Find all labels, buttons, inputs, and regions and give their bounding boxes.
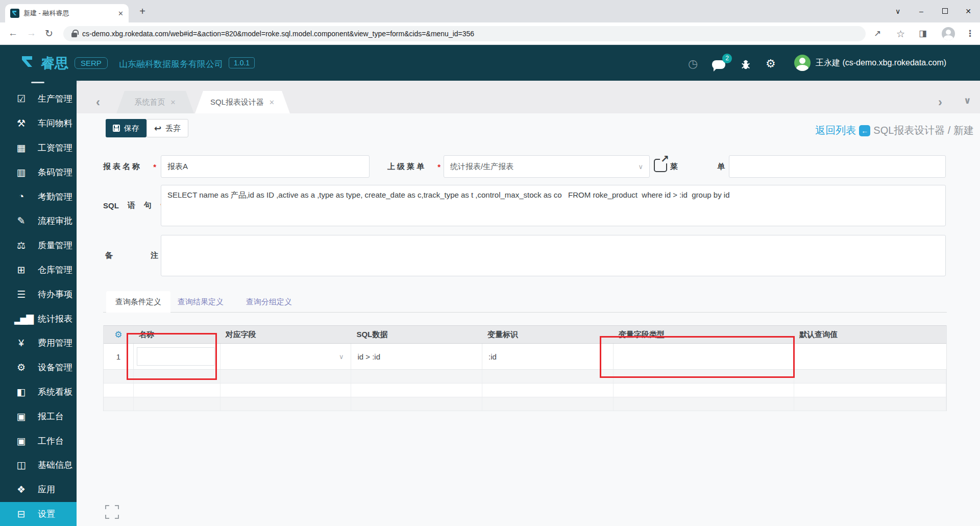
message-count-badge: 2	[722, 54, 732, 63]
new-tab-button[interactable]: +	[136, 5, 149, 18]
user-avatar[interactable]	[794, 55, 811, 71]
worktab-scroll-left-icon[interactable]: ‹	[96, 95, 100, 109]
worktab-collapse-icon[interactable]: ∨	[964, 95, 971, 106]
tab-search-icon[interactable]: ∨	[886, 7, 910, 15]
url-text[interactable]: cs-demo.xbg.rokedata.com/web#id=&action=…	[82, 30, 474, 38]
browser-profile-avatar[interactable]	[942, 27, 955, 40]
forward-icon[interactable]: →	[27, 28, 36, 39]
reload-icon[interactable]: ↻	[45, 28, 53, 39]
worktab-home-close-icon[interactable]: ✕	[170, 99, 176, 106]
sidebar-item-production[interactable]: ☑ 生产管理	[0, 87, 77, 111]
worktab-home[interactable]: 系统首页 ✕	[116, 91, 194, 113]
dashboard-board-icon: ◧	[14, 386, 27, 398]
empty-row	[104, 384, 946, 397]
menu-input[interactable]	[729, 155, 946, 178]
report-name-input[interactable]	[161, 155, 370, 178]
report-name-label: 报表名称 *	[103, 155, 156, 178]
cell-mapped-field-select[interactable]: ∨	[220, 344, 352, 369]
address-bar[interactable]: cs-demo.xbg.rokedata.com/web#id=&action=…	[63, 26, 866, 41]
back-to-list-icon[interactable]: ←	[859, 125, 870, 136]
sidebar-item-workshop-materials[interactable]: ⚒ 车间物料	[0, 111, 77, 136]
window-close-icon[interactable]: ✕	[957, 7, 980, 15]
work-report-monitor-icon: ▣	[14, 411, 27, 422]
window-maximize-icon[interactable]	[933, 7, 957, 15]
open-menu-external-icon[interactable]: ↗	[654, 159, 667, 172]
browser-toolbar: ← → ↻ cs-demo.xbg.rokedata.com/web#id=&a…	[0, 22, 980, 45]
grid-row-1: 1 ∨ id > :id :id	[104, 344, 946, 370]
remark-textarea[interactable]	[161, 235, 946, 276]
cell-default-value[interactable]	[794, 344, 946, 369]
sidebar-item-quality[interactable]: ⚖ 质量管理	[0, 233, 77, 258]
chevron-down-icon: ∨	[638, 163, 643, 171]
debug-bug-icon[interactable]	[740, 59, 751, 70]
sql-statement-textarea[interactable]: SELECT name as 产品,id as ID ,active as a …	[161, 185, 946, 226]
settings-gear-icon[interactable]: ⚙	[766, 57, 776, 70]
equipment-machine-icon: ⚙	[14, 362, 27, 373]
settings-briefcase-icon: ⊟	[14, 508, 27, 520]
sidebar-item-workbench[interactable]: ▣ 工作台	[0, 428, 77, 453]
discard-undo-icon: ↩	[154, 123, 161, 134]
basic-info-books-icon: ◫	[14, 459, 27, 471]
sidebar-item-settings[interactable]: ⊟ 设置	[0, 502, 77, 526]
tab-close-icon[interactable]: ✕	[118, 10, 124, 17]
sidebar-scroll-indicator	[31, 82, 44, 83]
col-header-mapped-field: 对应字段	[220, 326, 352, 343]
app-header: 睿思 SERP 山东融科数据服务有限公司 1.0.1 ◷ 2 ⚙ 王永建 (cs…	[0, 45, 980, 81]
side-panel-icon[interactable]: ◨	[919, 28, 927, 39]
payroll-calculator-icon: ▦	[14, 142, 27, 154]
sidebar-item-dashboard[interactable]: ◧ 系统看板	[0, 380, 77, 404]
browser-tab[interactable]: 新建 - 融科睿思 ✕	[5, 4, 129, 22]
sidebar-item-barcode[interactable]: ▥ 条码管理	[0, 160, 77, 184]
parent-menu-select[interactable]: 统计报表/生产报表 ∨	[444, 155, 650, 178]
quality-caliper-icon: ⚖	[14, 240, 27, 251]
empty-row	[104, 397, 946, 411]
back-to-list-link[interactable]: 返回列表	[815, 124, 856, 137]
sidebar-item-basic-info[interactable]: ◫ 基础信息	[0, 453, 77, 477]
worktab-sql-close-icon[interactable]: ✕	[269, 99, 275, 106]
highlight-box-name-cell	[127, 333, 217, 380]
tab-query-group-definition[interactable]: 查询分组定义	[244, 291, 294, 313]
save-button[interactable]: 保存	[106, 119, 146, 137]
browser-tab-title: 新建 - 融科睿思	[23, 9, 114, 18]
app-logo-badge: SERP	[75, 57, 108, 69]
sidebar-item-warehouse[interactable]: ⊞ 仓库管理	[0, 258, 77, 282]
cell-var-mark[interactable]: :id	[482, 344, 614, 369]
sidebar-item-approval[interactable]: ✎ 流程审批	[0, 209, 77, 233]
window-minimize-icon[interactable]: –	[910, 7, 933, 15]
user-name[interactable]: 王永建 (cs-demo.xbg.rokedata.com)	[816, 58, 946, 68]
sidebar-item-work-report-station[interactable]: ▣ 报工台	[0, 404, 77, 428]
app-logo-text: 睿思	[41, 54, 68, 73]
sql-statement-label: SQL 语 句 *	[103, 194, 163, 217]
sidebar-item-payroll[interactable]: ▦ 工资管理	[0, 136, 77, 160]
sidebar-item-reports[interactable]: ▂▅▇ 统计报表	[0, 306, 77, 331]
tab-query-condition-definition[interactable]: 查询条件定义	[106, 291, 170, 313]
warehouse-flow-icon: ⊞	[14, 264, 27, 276]
sidebar-item-apps[interactable]: ❖ 应用	[0, 477, 77, 502]
worktab-scroll-right-icon[interactable]: ›	[938, 95, 942, 109]
sidebar: ☑ 生产管理 ⚒ 车间物料 ▦ 工资管理 ▥ 条码管理 ◔ 考勤管理 ✎ 流程审…	[0, 81, 77, 526]
fullscreen-toggle-icon[interactable]	[105, 505, 119, 519]
back-icon[interactable]: ←	[8, 28, 18, 39]
tab-query-result-definition[interactable]: 查询结果定义	[176, 291, 225, 313]
sidebar-item-attendance[interactable]: ◔ 考勤管理	[0, 184, 77, 209]
discard-button[interactable]: ↩ 丢弃	[146, 119, 188, 137]
sidebar-item-equipment[interactable]: ⚙ 设备管理	[0, 355, 77, 380]
sidebar-item-todo[interactable]: ☰ 待办事项	[0, 282, 77, 306]
version-badge: 1.0.1	[229, 57, 255, 68]
cell-sql-data[interactable]: id > :id	[351, 344, 482, 369]
required-mark: *	[153, 162, 156, 171]
browser-menu-icon[interactable]: ⋮	[966, 28, 974, 39]
company-name: 山东融科数据服务有限公司	[119, 58, 223, 70]
col-header-var-mark: 变量标识	[482, 326, 614, 343]
expenses-yuan-icon: ¥	[14, 338, 27, 349]
sidebar-item-expenses[interactable]: ¥ 费用管理	[0, 331, 77, 355]
empty-row	[104, 370, 946, 384]
bookmark-star-icon[interactable]: ☆	[896, 28, 905, 40]
parent-menu-label: 上级菜单 *	[387, 155, 440, 178]
apps-grid-icon: ❖	[14, 484, 27, 495]
save-floppy-icon	[113, 125, 120, 132]
activity-clock-icon[interactable]: ◷	[688, 57, 698, 70]
worktab-sql-report-designer[interactable]: SQL报表设计器 ✕	[195, 91, 290, 113]
attendance-clock-icon: ◔	[14, 191, 27, 202]
share-icon[interactable]: ↗	[874, 28, 881, 39]
